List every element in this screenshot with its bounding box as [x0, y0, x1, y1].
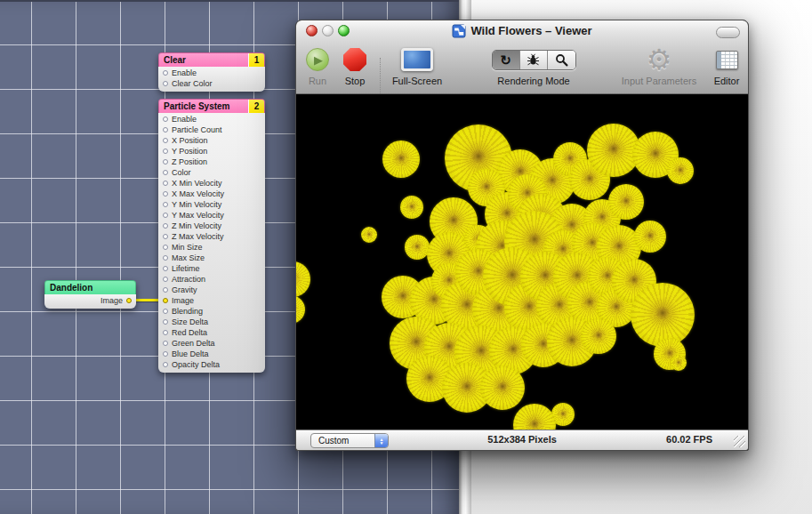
- port-row-enable: Enable: [158, 68, 265, 78]
- port-label: Size Delta: [172, 317, 208, 327]
- port-row-image-output: Image: [44, 295, 136, 306]
- port-label: Y Min Velocity: [172, 199, 221, 210]
- fps-counter: 60.02 FPS: [666, 434, 712, 445]
- rendering-mode-control: ↻: [470, 44, 597, 86]
- size-preset-value: Custom: [311, 436, 374, 446]
- port-row-blue-delta: Blue Delta: [158, 349, 265, 359]
- input-port-dot[interactable]: [163, 341, 168, 346]
- close-button[interactable]: [306, 25, 318, 36]
- input-port-dot[interactable]: [163, 70, 168, 76]
- port-row-z-position: Z Position: [158, 157, 265, 167]
- input-port-dot[interactable]: [163, 255, 168, 261]
- rendering-mode-profile-segment[interactable]: [548, 51, 575, 69]
- rendering-mode-render-segment[interactable]: ↻: [493, 51, 520, 69]
- input-port-dot[interactable]: [163, 309, 168, 314]
- input-port-dot[interactable]: [163, 116, 168, 122]
- zoom-button[interactable]: [338, 25, 350, 36]
- particle-puff: [631, 283, 695, 347]
- fullscreen-button[interactable]: Full-Screen: [389, 44, 446, 86]
- table-grid-icon: [716, 51, 738, 69]
- input-port-dot[interactable]: [163, 181, 168, 186]
- size-preset-dropdown[interactable]: Custom ▲▼: [310, 433, 389, 448]
- stop-button[interactable]: Stop: [337, 44, 373, 86]
- input-port-dot[interactable]: [163, 245, 168, 250]
- port-label: Blending: [172, 306, 203, 317]
- input-port-dot[interactable]: [163, 351, 168, 357]
- window-title: Wild Flowers – Viewer: [296, 23, 748, 38]
- input-port-dot[interactable]: [163, 191, 168, 197]
- composition-document-icon: [452, 24, 466, 38]
- node-clear-title: Clear: [159, 55, 248, 65]
- resize-grip[interactable]: [734, 436, 745, 447]
- rendering-mode-debug-segment[interactable]: [520, 51, 548, 69]
- port-label: Lifetime: [172, 263, 200, 274]
- node-clear-header[interactable]: Clear 1: [158, 52, 265, 67]
- particle-puff: [608, 184, 644, 220]
- viewer-window[interactable]: Wild Flowers – Viewer ▶ Run Stop Full-Sc…: [295, 20, 749, 451]
- node-particle-system-header[interactable]: Particle System 2: [158, 99, 265, 113]
- port-label: Min Size: [172, 242, 203, 253]
- input-port-dot[interactable]: [163, 319, 168, 325]
- input-port-dot[interactable]: [163, 213, 168, 218]
- node-dandelion[interactable]: Dandelion Image: [44, 280, 136, 309]
- port-label: Color: [172, 167, 191, 178]
- input-port-dot[interactable]: [163, 127, 168, 133]
- port-row-enable: Enable: [158, 114, 265, 124]
- input-port-dot[interactable]: [163, 81, 168, 86]
- input-port-dot[interactable]: [163, 287, 168, 293]
- port-label: Image: [172, 295, 194, 306]
- node-particle-system-layer-badge: 2: [248, 100, 264, 113]
- input-port-dot[interactable]: [163, 330, 168, 335]
- node-dandelion-header[interactable]: Dandelion: [44, 280, 136, 294]
- toolbar-toggle-pill[interactable]: [716, 27, 740, 38]
- particle-puff: [405, 235, 430, 260]
- input-port-dot[interactable]: [163, 298, 168, 303]
- editor-button[interactable]: Editor: [707, 44, 746, 86]
- particle-puff: [361, 227, 377, 243]
- refresh-icon: ↻: [500, 53, 511, 67]
- input-port-dot[interactable]: [163, 170, 168, 175]
- bug-icon: [527, 53, 540, 67]
- input-port-dot[interactable]: [163, 362, 168, 367]
- port-row-lifetime: Lifetime: [158, 263, 265, 274]
- input-port-dot[interactable]: [163, 266, 168, 271]
- input-port-dot[interactable]: [163, 277, 168, 282]
- particle-puff: [513, 404, 556, 431]
- port-row-green-delta: Green Delta: [158, 338, 265, 349]
- node-clear[interactable]: Clear 1 EnableClear Color: [158, 52, 265, 92]
- particle-puff: [581, 318, 616, 354]
- viewer-titlebar-toolbar[interactable]: Wild Flowers – Viewer ▶ Run Stop Full-Sc…: [296, 20, 748, 94]
- editor-label: Editor: [707, 76, 746, 86]
- output-port-dot[interactable]: [126, 298, 132, 303]
- run-label: Run: [301, 76, 334, 86]
- minimize-button[interactable]: [322, 25, 334, 36]
- port-row-color: Color: [158, 167, 265, 178]
- port-label: Red Delta: [172, 327, 207, 338]
- fullscreen-label: Full-Screen: [389, 76, 446, 86]
- traffic-lights: [306, 25, 350, 36]
- port-row-x-min-velocity: X Min Velocity: [158, 178, 265, 189]
- particle-puff: [382, 141, 420, 178]
- input-port-dot[interactable]: [163, 138, 168, 143]
- node-clear-ports: EnableClear Color: [158, 67, 265, 92]
- input-port-dot[interactable]: [163, 149, 168, 154]
- run-button[interactable]: ▶ Run: [301, 44, 334, 86]
- port-row-size-delta: Size Delta: [158, 317, 265, 327]
- port-row-max-size: Max Size: [158, 253, 265, 263]
- input-parameters-label: Input Parameters: [599, 76, 720, 86]
- port-label: X Max Velocity: [172, 189, 224, 199]
- input-port-dot[interactable]: [163, 234, 168, 239]
- port-row-blending: Blending: [158, 306, 265, 317]
- port-row-image: Image: [158, 295, 265, 306]
- port-label: Z Position: [172, 157, 207, 167]
- input-port-dot[interactable]: [163, 159, 168, 165]
- particle-puff: [296, 261, 310, 297]
- input-parameters-button[interactable]: ⚙ Input Parameters: [599, 44, 720, 86]
- node-particle-system[interactable]: Particle System 2 EnableParticle CountX …: [158, 99, 265, 373]
- gear-icon: ⚙: [647, 45, 672, 74]
- port-label: Max Size: [172, 253, 205, 263]
- input-port-dot[interactable]: [163, 202, 168, 207]
- node-particle-system-title: Particle System: [159, 101, 248, 111]
- input-port-dot[interactable]: [163, 223, 168, 229]
- port-row-min-size: Min Size: [158, 242, 265, 253]
